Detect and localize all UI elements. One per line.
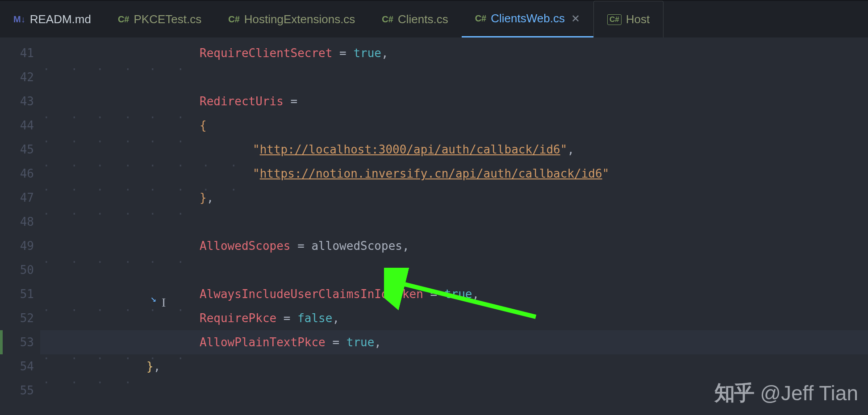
code-token: false bbox=[297, 311, 332, 325]
close-icon[interactable]: ✕ bbox=[571, 12, 580, 25]
tab-hostingextensions-cs[interactable]: C#HostingExtensions.cs bbox=[215, 1, 368, 37]
line-number[interactable]: 44 bbox=[0, 113, 40, 137]
csharp-icon: C# bbox=[607, 14, 622, 25]
line-number[interactable]: 45 bbox=[0, 137, 40, 162]
code-line[interactable]: "http://localhost:3000/api/auth/callback… bbox=[40, 137, 868, 162]
tab-label: ClientsWeb.cs bbox=[491, 12, 565, 25]
line-number[interactable]: 46 bbox=[0, 162, 40, 186]
watermark: 知乎 @Jeff Tian bbox=[714, 379, 858, 407]
code-token: , bbox=[472, 287, 480, 301]
code-line[interactable] bbox=[40, 210, 868, 234]
code-token: , bbox=[567, 143, 574, 156]
code-token: " bbox=[602, 167, 609, 180]
line-number[interactable]: 43 bbox=[0, 89, 40, 113]
tab-label: Host bbox=[626, 12, 650, 26]
csharp-icon: C# bbox=[382, 14, 393, 25]
code-line[interactable]: AlwaysIncludeUserClaimsInIdToken = true, bbox=[40, 282, 868, 306]
tab-readm-md[interactable]: M↓READM.md bbox=[0, 1, 104, 37]
code-line[interactable]: RequirePkce = false, bbox=[40, 306, 868, 330]
line-number[interactable]: 41 bbox=[0, 41, 40, 65]
code-token: AlwaysIncludeUserClaimsInIdToken bbox=[200, 287, 423, 301]
line-number[interactable]: 48 bbox=[0, 210, 40, 234]
code-token: AllowedScopes bbox=[200, 239, 291, 253]
code-line[interactable]: AllowPlainTextPkce = true, bbox=[40, 330, 868, 354]
code-line[interactable]: "https://notion.inversify.cn/api/auth/ca… bbox=[40, 162, 868, 186]
code-token: , bbox=[402, 239, 409, 253]
code-token: = bbox=[276, 311, 297, 325]
line-number[interactable]: 49 bbox=[0, 234, 40, 258]
gutter: 414243444546474849505152535455 bbox=[0, 37, 40, 415]
tab-clientsweb-cs[interactable]: C#ClientsWeb.cs✕ bbox=[462, 1, 593, 37]
code-line[interactable]: }, bbox=[40, 354, 868, 378]
line-number[interactable]: 53 bbox=[0, 330, 40, 354]
code-token: , bbox=[154, 360, 161, 373]
code-token: AllowPlainTextPkce bbox=[200, 336, 326, 349]
csharp-icon: C# bbox=[228, 14, 240, 25]
code-token: true bbox=[444, 287, 472, 301]
code-token: RequireClientSecret bbox=[200, 46, 332, 60]
line-number[interactable]: 55 bbox=[0, 378, 40, 403]
code-token: = bbox=[332, 46, 353, 60]
line-number[interactable]: 52 bbox=[0, 306, 40, 330]
code-token: RequirePkce bbox=[200, 311, 276, 325]
code-token: http://localhost:3000/api/auth/callback/… bbox=[260, 143, 560, 156]
code-token: = bbox=[326, 336, 346, 349]
watermark-text: @Jeff Tian bbox=[760, 381, 858, 405]
code-token: , bbox=[332, 311, 339, 325]
code-line[interactable] bbox=[40, 65, 868, 89]
code-token: " bbox=[560, 143, 568, 156]
code-token: , bbox=[207, 191, 214, 204]
code-content[interactable]: RequireClientSecret = true,RedirectUris … bbox=[40, 37, 868, 415]
line-number[interactable]: 51 bbox=[0, 282, 40, 306]
code-token: allowedScopes bbox=[311, 239, 402, 253]
code-line[interactable] bbox=[40, 258, 868, 282]
tab-label: PKCETest.cs bbox=[134, 12, 202, 26]
code-line[interactable]: RedirectUris = bbox=[40, 89, 868, 113]
code-token: true bbox=[353, 46, 381, 60]
code-editor[interactable]: 414243444546474849505152535455 RequireCl… bbox=[0, 37, 868, 415]
code-line[interactable]: AllowedScopes = allowedScopes, bbox=[40, 234, 868, 258]
line-number[interactable]: 42 bbox=[0, 65, 40, 89]
markdown-icon: M↓ bbox=[13, 14, 25, 25]
code-token: RedirectUris bbox=[200, 95, 284, 108]
code-token: true bbox=[346, 336, 375, 349]
csharp-icon: C# bbox=[475, 13, 487, 24]
code-token: https://notion.inversify.cn/api/auth/cal… bbox=[260, 167, 602, 180]
tab-pkcetest-cs[interactable]: C#PKCETest.cs bbox=[104, 1, 215, 37]
tab-label: Clients.cs bbox=[398, 12, 448, 26]
code-token: , bbox=[374, 336, 381, 349]
line-number[interactable]: 50 bbox=[0, 258, 40, 282]
code-token: , bbox=[381, 46, 388, 60]
watermark-logo: 知乎 bbox=[714, 379, 754, 407]
line-number[interactable]: 54 bbox=[0, 354, 40, 378]
code-line[interactable]: { bbox=[40, 113, 868, 137]
csharp-icon: C# bbox=[118, 14, 129, 25]
code-token: = bbox=[291, 239, 312, 253]
code-line[interactable]: RequireClientSecret = true, bbox=[40, 41, 868, 65]
tab-label: READM.md bbox=[30, 12, 91, 26]
tab-bar: M↓READM.mdC#PKCETest.csC#HostingExtensio… bbox=[0, 0, 868, 37]
tab-clients-cs[interactable]: C#Clients.cs bbox=[368, 1, 461, 37]
code-line[interactable]: }, bbox=[40, 186, 868, 210]
line-number[interactable]: 47 bbox=[0, 186, 40, 210]
tab-host[interactable]: C#Host bbox=[593, 1, 664, 37]
tab-label: HostingExtensions.cs bbox=[244, 12, 355, 26]
code-token: = bbox=[284, 95, 297, 108]
code-token: = bbox=[423, 287, 444, 301]
